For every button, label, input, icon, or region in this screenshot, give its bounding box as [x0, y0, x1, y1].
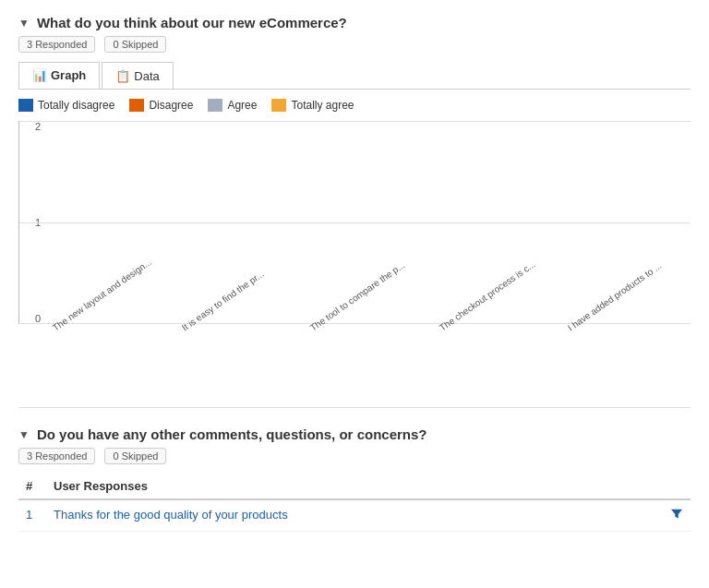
responses-tbody: 1 Thanks for the good quality of your pr… [18, 499, 691, 532]
responded-badge-2: 3 Responded [18, 448, 95, 464]
page: ▼ What do you think about our new eComme… [0, 0, 709, 569]
legend-label-4: Totally agree [291, 99, 354, 112]
col-header-num: # [18, 474, 46, 499]
grid-line-0 [19, 323, 691, 324]
section1-title: What do you think about our new eCommerc… [37, 15, 347, 30]
section2-stats: 3 Responded 0 Skipped [18, 448, 691, 464]
section-comments: ▼ Do you have any other comments, questi… [18, 426, 691, 532]
col-header-response: User Responses [46, 474, 663, 499]
row-1-num: 1 [18, 499, 46, 532]
section2-header: ▼ Do you have any other comments, questi… [18, 426, 691, 442]
legend-label-1: Totally disagree [38, 99, 114, 112]
collapse-arrow-2[interactable]: ▼ [18, 428, 30, 441]
legend-label-2: Disagree [149, 99, 193, 112]
grid-line-1 [19, 222, 691, 223]
row-1-filter[interactable] [663, 499, 691, 532]
section2-title: Do you have any other comments, question… [37, 426, 427, 442]
graph-icon: 📊 [32, 68, 47, 82]
legend-item-1: Totally disagree [18, 99, 114, 112]
collapse-arrow-1[interactable]: ▼ [18, 17, 30, 30]
legend-color-2 [129, 99, 144, 112]
section-divider [18, 407, 691, 408]
legend-item-2: Disagree [129, 99, 193, 112]
funnel-icon[interactable] [670, 508, 683, 521]
tab-graph[interactable]: 📊 Graph [18, 62, 100, 89]
responses-table: # User Responses 1 Thanks for the good q… [18, 474, 691, 532]
section-ecommerce: ▼ What do you think about our new eComme… [18, 15, 691, 361]
section1-stats: 3 Responded 0 Skipped [18, 36, 691, 53]
legend-label-3: Agree [227, 99, 257, 112]
responded-badge-1: 3 Responded [18, 36, 95, 53]
legend-color-3 [208, 99, 222, 112]
table-header-row: # User Responses [18, 474, 691, 499]
section1-header: ▼ What do you think about our new eComme… [18, 15, 691, 30]
legend-item-4: Totally agree [271, 99, 354, 112]
skipped-badge-1: 0 Skipped [104, 36, 166, 53]
chart-legend: Totally disagree Disagree Agree Totally … [18, 99, 691, 112]
data-icon: 📋 [115, 69, 130, 83]
chart-area: 2 1 0 [18, 121, 691, 361]
legend-color-4 [271, 99, 286, 112]
x-labels: The new layout and design... It is easy … [18, 328, 691, 338]
legend-color-1 [18, 99, 33, 112]
row-1-response: Thanks for the good quality of your prod… [46, 499, 663, 532]
legend-item-3: Agree [208, 99, 257, 112]
skipped-badge-2: 0 Skipped [104, 448, 166, 464]
tab-graph-label: Graph [51, 68, 86, 82]
tab-bar-1: 📊 Graph 📋 Data [18, 62, 691, 90]
tab-data-label: Data [134, 69, 159, 83]
table-row: 1 Thanks for the good quality of your pr… [18, 499, 691, 532]
tab-data[interactable]: 📋 Data [102, 62, 173, 89]
grid-line-2 [19, 121, 691, 122]
